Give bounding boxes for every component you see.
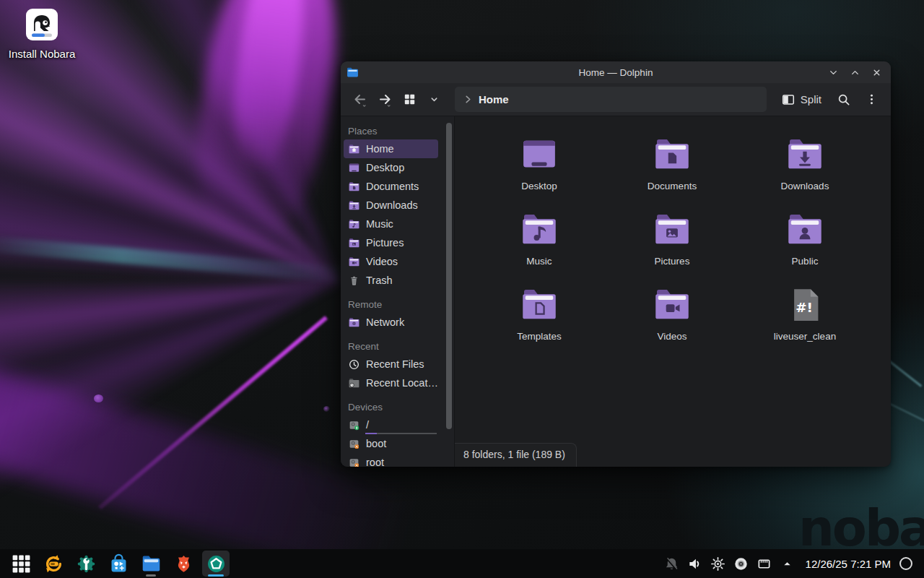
brave-icon (173, 553, 194, 574)
titlebar[interactable]: Home — Dolphin (341, 61, 891, 83)
sidebar-item-desktop[interactable]: Desktop (344, 158, 438, 177)
maximize-button[interactable] (846, 64, 863, 81)
monitor-icon (519, 134, 559, 175)
file-item-videos[interactable]: Videos (606, 285, 738, 360)
breadcrumb-home[interactable]: Home (479, 93, 509, 105)
expand-tray-icon[interactable] (779, 556, 796, 572)
section-header-remote: Remote (341, 296, 454, 313)
sidebar-item-label: Network (366, 316, 404, 328)
device-notifier-icon[interactable] (733, 556, 749, 572)
split-label: Split (801, 93, 821, 105)
sidebar-item-label: Desktop (366, 162, 404, 173)
sidebar-item-label: boot (366, 438, 386, 449)
app-launcher-button[interactable] (7, 551, 35, 577)
file-item-downloads[interactable]: Downloads (738, 134, 871, 210)
spectacle-screenshot-button[interactable] (202, 551, 230, 577)
view-mode-button[interactable] (398, 89, 420, 111)
section-header-recent: Recent (341, 337, 454, 355)
split-button[interactable]: Split (777, 92, 826, 107)
sidebar-item-documents[interactable]: Documents (344, 177, 438, 196)
sidebar-item-videos[interactable]: Videos (344, 252, 438, 271)
sidebar-item-label: Trash (366, 275, 393, 286)
sidebar-item-label: Recent Files (366, 358, 424, 370)
clock[interactable]: 12/26/25 7:21 PM (800, 558, 899, 570)
folder-recent-icon (348, 377, 360, 389)
file-item-templates[interactable]: Templates (473, 285, 606, 360)
sidebar-item-label: Pictures (366, 237, 404, 249)
places-panel: PlacesHomeDesktopDocumentsDownloadsMusic… (341, 116, 455, 467)
sidebar-item-label: Recent Locat… (366, 377, 438, 389)
sidebar-item-home[interactable]: Home (344, 139, 438, 158)
sidebar-item-label: Downloads (366, 199, 418, 211)
nobara-updater-button[interactable] (40, 551, 67, 577)
audio-volume-icon[interactable] (687, 556, 703, 572)
file-item-label: liveuser_clean (774, 331, 836, 342)
back-button[interactable] (349, 89, 371, 111)
section-header-devices: Devices (341, 398, 454, 415)
updater-icon (43, 553, 64, 574)
install-nobara-label: Install Nobara (6, 48, 78, 60)
task-indicator (208, 574, 224, 577)
wallpaper-dot (94, 394, 103, 402)
script-file-icon: #! (785, 285, 825, 325)
sidebar-item-label: / (366, 419, 369, 431)
folder-videos-icon (652, 285, 692, 325)
gear-wrench-icon (76, 553, 97, 574)
file-item-label: Downloads (781, 181, 829, 191)
drive-unmounted-icon (348, 457, 360, 467)
wallpaper-dot (323, 406, 330, 412)
brave-browser-button[interactable] (170, 551, 197, 577)
spectacle-icon (206, 553, 227, 574)
install-nobara-shortcut[interactable]: Install Nobara (6, 7, 78, 60)
file-item-label: Music (526, 256, 552, 267)
minimize-button[interactable] (824, 64, 842, 81)
brightness-icon[interactable] (710, 556, 726, 572)
nobara-driver-manager-button[interactable] (72, 551, 100, 577)
file-item-desktop[interactable]: Desktop (473, 134, 606, 210)
file-item-documents[interactable]: Documents (606, 134, 738, 210)
network-icon[interactable] (756, 556, 772, 572)
sidebar-item-root[interactable]: root (344, 453, 438, 467)
search-button[interactable] (833, 89, 855, 111)
location-breadcrumb-bar[interactable]: Home (455, 87, 767, 112)
hamburger-menu-button[interactable] (860, 89, 882, 111)
clock-icon (348, 358, 360, 371)
file-item-liveuser-clean[interactable]: #!liveuser_clean (738, 285, 871, 360)
task-indicator (146, 574, 156, 577)
discover-store-button[interactable] (105, 551, 132, 577)
sidebar-item-network[interactable]: Network (344, 313, 438, 332)
file-item-public[interactable]: Public (738, 210, 871, 285)
dolphin-file-manager-button[interactable] (137, 551, 165, 577)
monitor-icon (348, 162, 360, 174)
folder-public-icon (785, 210, 825, 250)
folder-home-icon (348, 143, 360, 155)
sidebar-item-trash[interactable]: Trash (344, 271, 438, 290)
show-desktop-icon[interactable] (899, 557, 912, 570)
folder-view[interactable]: DesktopDocumentsDownloadsMusicPicturesPu… (455, 116, 891, 467)
file-item-pictures[interactable]: Pictures (606, 210, 738, 285)
view-mode-dropdown[interactable] (423, 89, 445, 111)
sidebar-item-downloads[interactable]: Downloads (344, 196, 438, 215)
sidebar-item-recent-files[interactable]: Recent Files (344, 355, 438, 374)
sidebar-item-pictures[interactable]: Pictures (344, 233, 438, 252)
sidebar-item-music[interactable]: Music (344, 215, 438, 233)
split-view-icon (781, 92, 796, 107)
folder-downloads-icon (785, 134, 825, 175)
sidebar-item-item[interactable]: / (344, 415, 438, 434)
sidebar-item-label: Home (366, 143, 394, 155)
notifications-muted-icon[interactable] (663, 556, 680, 572)
sidebar-scrollbar[interactable] (446, 123, 452, 429)
file-item-label: Videos (657, 331, 687, 342)
nobara-installer-icon (25, 7, 59, 42)
file-item-music[interactable]: Music (473, 210, 606, 285)
folder-music-icon (348, 218, 360, 230)
close-button[interactable] (868, 64, 885, 81)
sidebar-item-boot[interactable]: boot (344, 434, 438, 453)
folder-music-icon (519, 210, 559, 250)
sidebar-item-label: Videos (366, 256, 398, 267)
folder-pictures-icon (348, 237, 360, 249)
drive-unmounted-icon (348, 438, 360, 450)
forward-button[interactable] (374, 89, 396, 111)
sidebar-item-recent-locat[interactable]: Recent Locat… (344, 374, 438, 392)
svg-text:#!: #! (796, 300, 813, 315)
